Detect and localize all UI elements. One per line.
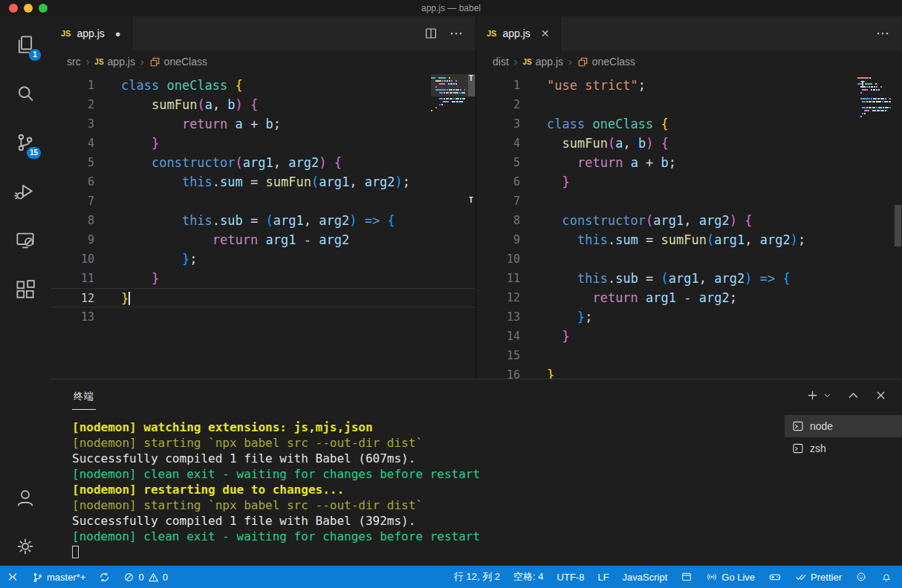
git-branch-status[interactable]: master*+	[25, 566, 92, 588]
line-number: 1	[51, 76, 94, 95]
code-line[interactable]: 5 return a + b;	[476, 153, 902, 172]
tab-app-js-src[interactable]: JS app.js ●	[51, 16, 132, 50]
code-line[interactable]: 4 }	[51, 134, 476, 153]
remote-indicator[interactable]	[0, 566, 25, 588]
code-token: ;	[585, 310, 592, 324]
new-terminal-button[interactable]	[806, 389, 819, 402]
vertical-scrollbar[interactable]	[895, 205, 901, 246]
code-line[interactable]: 4 sumFun(a, b) {	[476, 134, 902, 153]
close-window-button[interactable]	[9, 4, 18, 13]
maximize-panel-button[interactable]	[847, 389, 860, 402]
line-number: 1	[476, 76, 520, 95]
code-token: {	[387, 213, 395, 228]
terminal-cursor	[72, 546, 79, 558]
code-line[interactable]: 3 return a + b;	[51, 114, 476, 134]
code-editor-src[interactable]: 1class oneClass {2 sumFun(a, b) {3 retur…	[51, 73, 476, 379]
code-token: }	[152, 271, 159, 286]
gamepad-status-button[interactable]	[762, 566, 788, 588]
tab-bar-right: JS app.js ✕ ⋯	[476, 16, 902, 50]
code-line[interactable]: 6 }	[476, 172, 902, 192]
source-control-button[interactable]: 15	[7, 125, 43, 160]
code-token: arg1	[669, 271, 699, 286]
modified-dot-icon[interactable]: ●	[115, 28, 121, 39]
code-token: ;	[638, 78, 646, 93]
language-mode-status[interactable]: JavaScript	[616, 566, 675, 588]
code-line[interactable]: 3class oneClass {	[476, 114, 902, 134]
explorer-button[interactable]: 1	[7, 27, 43, 62]
breadcrumb-file[interactable]: JSapp.js	[94, 56, 135, 68]
javascript-file-icon: JS	[94, 58, 103, 66]
code-line[interactable]: 9 this.sum = sumFun(arg1, arg2);	[476, 230, 902, 249]
code-line[interactable]: 2 sumFun(a, b) {	[51, 95, 476, 114]
code-line[interactable]: 7	[51, 192, 476, 211]
accounts-button[interactable]	[7, 480, 43, 515]
breadcrumb-symbol[interactable]: oneClass	[577, 56, 635, 68]
code-token: }	[562, 329, 569, 344]
code-line[interactable]: 1"use strict";	[476, 76, 902, 95]
code-line[interactable]: 8 this.sub = (arg1, arg2) => {	[51, 211, 476, 230]
tab-app-js-dist[interactable]: JS app.js ✕	[476, 16, 561, 50]
code-token	[258, 232, 265, 247]
code-line[interactable]: 7	[476, 192, 902, 211]
line-number: 8	[476, 211, 520, 230]
close-panel-button[interactable]	[875, 389, 887, 402]
code-line[interactable]: 8 constructor(arg1, arg2) {	[476, 211, 902, 230]
code-line[interactable]: 12}	[51, 288, 476, 307]
search-button[interactable]	[7, 76, 43, 111]
encoding-status[interactable]: UTF-8	[551, 566, 591, 588]
indentation-status[interactable]: 空格: 4	[507, 566, 550, 588]
more-actions-button[interactable]: ⋯	[876, 30, 890, 37]
code-line[interactable]: 13	[51, 307, 476, 327]
code-line[interactable]: 2	[476, 95, 902, 114]
sync-changes-button[interactable]	[92, 566, 117, 588]
more-actions-button[interactable]: ⋯	[450, 30, 464, 37]
code-line[interactable]: 10 };	[51, 249, 476, 269]
code-line[interactable]: 16}	[476, 365, 902, 379]
settings-button[interactable]	[7, 529, 43, 564]
notifications-button[interactable]	[874, 566, 899, 588]
close-tab-icon[interactable]: ✕	[541, 27, 550, 39]
terminal-tab-zsh[interactable]: zsh	[785, 437, 902, 460]
cursor-position-status[interactable]: 行 12, 列 2	[447, 566, 507, 588]
code-line[interactable]: 1class oneClass {	[51, 76, 476, 95]
code-line[interactable]: 5 constructor(arg1, arg2) {	[51, 153, 476, 172]
code-editor-dist[interactable]: 1"use strict";23class oneClass {4 sumFun…	[476, 73, 902, 379]
problems-status[interactable]: 0 0	[117, 566, 174, 588]
code-line[interactable]: 6 this.sum = sumFun(arg1, arg2);	[51, 172, 476, 192]
code-line[interactable]: 10	[476, 249, 902, 269]
code-line[interactable]: 12 return arg1 - arg2;	[476, 288, 902, 307]
code-token: }	[562, 174, 569, 189]
run-debug-button[interactable]	[7, 174, 43, 209]
code-token	[121, 174, 182, 189]
class-symbol-icon	[149, 56, 160, 68]
minimize-window-button[interactable]	[24, 4, 33, 13]
line-number: 15	[476, 346, 520, 365]
remote-explorer-button[interactable]	[7, 223, 43, 258]
code-token: (	[311, 174, 319, 189]
code-line[interactable]: 11 }	[51, 269, 476, 288]
browser-preview-button[interactable]	[674, 566, 699, 588]
terminal-output[interactable]: [nodemon] watching extensions: js,mjs,js…	[51, 411, 783, 566]
code-line[interactable]: 13 };	[476, 307, 902, 327]
panel-tab-terminal[interactable]: 终端	[72, 381, 96, 410]
code-line[interactable]: 14 }	[476, 327, 902, 346]
code-line[interactable]: 15	[476, 346, 902, 365]
breadcrumb-folder[interactable]: src	[67, 56, 81, 68]
eol-status[interactable]: LF	[591, 566, 615, 588]
breadcrumb-symbol[interactable]: oneClass	[149, 56, 207, 68]
split-editor-button[interactable]	[424, 27, 438, 40]
breadcrumb-folder[interactable]: dist	[493, 56, 509, 68]
zoom-window-button[interactable]	[39, 4, 48, 13]
code-line[interactable]: 9 return arg1 - arg2	[51, 230, 476, 249]
breadcrumb-file[interactable]: JSapp.js	[522, 56, 563, 68]
code-token: sumFun	[266, 174, 311, 189]
double-check-icon	[795, 571, 807, 583]
feedback-button[interactable]	[849, 566, 874, 588]
sync-icon	[99, 572, 110, 583]
terminal-tab-node[interactable]: node	[785, 415, 902, 437]
prettier-status[interactable]: Prettier	[788, 566, 849, 588]
go-live-button[interactable]: Go Live	[699, 566, 762, 588]
terminal-dropdown-icon[interactable]	[822, 391, 832, 400]
code-line[interactable]: 11 this.sub = (arg1, arg2) => {	[476, 269, 902, 288]
extensions-button[interactable]	[7, 272, 43, 307]
